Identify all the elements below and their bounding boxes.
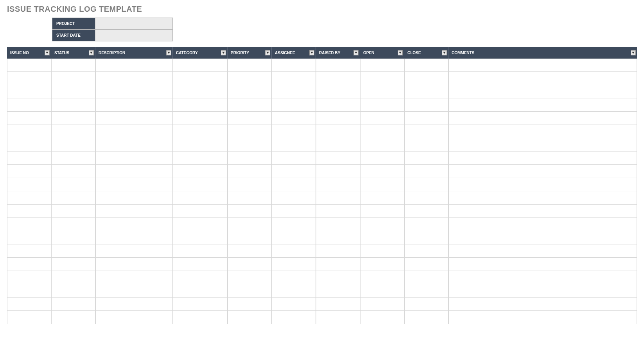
cell-status[interactable] <box>51 85 95 98</box>
cell-comments[interactable] <box>448 311 637 324</box>
cell-close[interactable] <box>404 178 448 191</box>
meta-start-date-value[interactable] <box>95 30 173 41</box>
cell-description[interactable] <box>95 271 173 284</box>
cell-raised_by[interactable] <box>316 152 360 165</box>
filter-dropdown-icon[interactable] <box>631 50 636 55</box>
cell-description[interactable] <box>95 205 173 218</box>
cell-open[interactable] <box>360 85 404 98</box>
cell-assignee[interactable] <box>272 284 316 298</box>
cell-open[interactable] <box>360 205 404 218</box>
cell-priority[interactable] <box>228 298 272 311</box>
cell-comments[interactable] <box>448 258 637 271</box>
cell-close[interactable] <box>404 205 448 218</box>
cell-issue_no[interactable] <box>7 218 51 231</box>
cell-open[interactable] <box>360 125 404 138</box>
column-header-category[interactable]: CATEGORY <box>173 47 228 59</box>
cell-status[interactable] <box>51 298 95 311</box>
cell-open[interactable] <box>360 165 404 178</box>
cell-close[interactable] <box>404 125 448 138</box>
cell-status[interactable] <box>51 258 95 271</box>
column-header-issue-no[interactable]: ISSUE NO <box>7 47 51 59</box>
cell-status[interactable] <box>51 165 95 178</box>
cell-status[interactable] <box>51 191 95 205</box>
cell-open[interactable] <box>360 138 404 152</box>
cell-category[interactable] <box>173 72 228 85</box>
cell-assignee[interactable] <box>272 244 316 258</box>
cell-comments[interactable] <box>448 72 637 85</box>
cell-close[interactable] <box>404 271 448 284</box>
cell-open[interactable] <box>360 244 404 258</box>
cell-comments[interactable] <box>448 298 637 311</box>
cell-category[interactable] <box>173 258 228 271</box>
column-header-open[interactable]: OPEN <box>360 47 404 59</box>
cell-assignee[interactable] <box>272 59 316 72</box>
cell-raised_by[interactable] <box>316 59 360 72</box>
cell-assignee[interactable] <box>272 298 316 311</box>
cell-issue_no[interactable] <box>7 178 51 191</box>
cell-description[interactable] <box>95 125 173 138</box>
cell-open[interactable] <box>360 191 404 205</box>
cell-category[interactable] <box>173 311 228 324</box>
cell-issue_no[interactable] <box>7 152 51 165</box>
cell-description[interactable] <box>95 72 173 85</box>
cell-assignee[interactable] <box>272 152 316 165</box>
cell-open[interactable] <box>360 298 404 311</box>
cell-issue_no[interactable] <box>7 72 51 85</box>
cell-comments[interactable] <box>448 218 637 231</box>
cell-priority[interactable] <box>228 125 272 138</box>
cell-raised_by[interactable] <box>316 298 360 311</box>
cell-status[interactable] <box>51 112 95 125</box>
cell-issue_no[interactable] <box>7 85 51 98</box>
cell-description[interactable] <box>95 138 173 152</box>
filter-dropdown-icon[interactable] <box>309 50 314 55</box>
cell-status[interactable] <box>51 138 95 152</box>
filter-dropdown-icon[interactable] <box>166 50 171 55</box>
cell-description[interactable] <box>95 311 173 324</box>
cell-close[interactable] <box>404 59 448 72</box>
cell-category[interactable] <box>173 218 228 231</box>
cell-assignee[interactable] <box>272 311 316 324</box>
cell-priority[interactable] <box>228 112 272 125</box>
cell-category[interactable] <box>173 59 228 72</box>
cell-category[interactable] <box>173 284 228 298</box>
cell-raised_by[interactable] <box>316 112 360 125</box>
cell-category[interactable] <box>173 178 228 191</box>
cell-open[interactable] <box>360 112 404 125</box>
cell-open[interactable] <box>360 72 404 85</box>
cell-comments[interactable] <box>448 284 637 298</box>
cell-description[interactable] <box>95 178 173 191</box>
cell-raised_by[interactable] <box>316 258 360 271</box>
cell-priority[interactable] <box>228 59 272 72</box>
column-header-status[interactable]: STATUS <box>51 47 95 59</box>
cell-category[interactable] <box>173 125 228 138</box>
cell-issue_no[interactable] <box>7 271 51 284</box>
cell-comments[interactable] <box>448 271 637 284</box>
cell-assignee[interactable] <box>272 85 316 98</box>
cell-issue_no[interactable] <box>7 165 51 178</box>
cell-category[interactable] <box>173 85 228 98</box>
cell-priority[interactable] <box>228 244 272 258</box>
cell-assignee[interactable] <box>272 178 316 191</box>
cell-open[interactable] <box>360 98 404 112</box>
cell-status[interactable] <box>51 271 95 284</box>
cell-comments[interactable] <box>448 178 637 191</box>
cell-status[interactable] <box>51 178 95 191</box>
cell-raised_by[interactable] <box>316 218 360 231</box>
cell-description[interactable] <box>95 98 173 112</box>
filter-dropdown-icon[interactable] <box>45 50 50 55</box>
cell-close[interactable] <box>404 112 448 125</box>
cell-priority[interactable] <box>228 138 272 152</box>
cell-close[interactable] <box>404 311 448 324</box>
cell-close[interactable] <box>404 98 448 112</box>
column-header-comments[interactable]: COMMENTS <box>448 47 637 59</box>
cell-priority[interactable] <box>228 72 272 85</box>
cell-open[interactable] <box>360 218 404 231</box>
cell-priority[interactable] <box>228 85 272 98</box>
cell-status[interactable] <box>51 311 95 324</box>
cell-comments[interactable] <box>448 152 637 165</box>
cell-description[interactable] <box>95 231 173 244</box>
cell-comments[interactable] <box>448 59 637 72</box>
cell-open[interactable] <box>360 231 404 244</box>
cell-close[interactable] <box>404 165 448 178</box>
cell-open[interactable] <box>360 258 404 271</box>
